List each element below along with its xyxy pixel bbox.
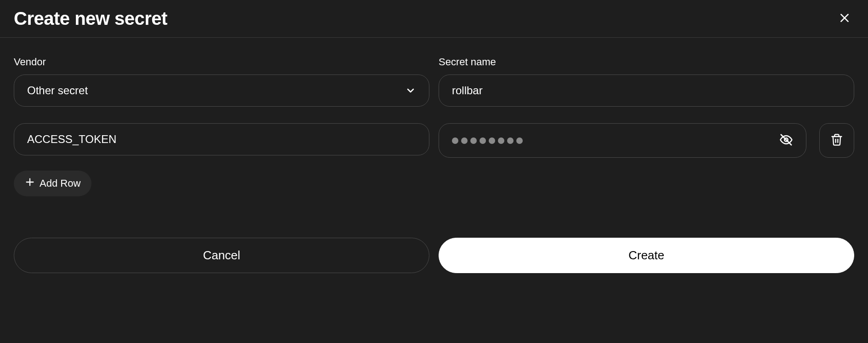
cancel-label: Cancel [203, 248, 240, 263]
vendor-selected-value: Other secret [27, 84, 88, 97]
trash-icon [830, 133, 843, 148]
modal-footer: Cancel Create [14, 238, 854, 273]
close-icon [839, 12, 851, 25]
modal-body: Vendor Other secret Secret name [0, 38, 868, 287]
add-row-button[interactable]: Add Row [14, 171, 91, 196]
create-label: Create [628, 248, 664, 263]
password-mask [452, 137, 779, 144]
vendor-label: Vendor [14, 56, 429, 68]
vendor-select[interactable]: Other secret [14, 74, 429, 107]
add-row-label: Add Row [40, 177, 80, 189]
kv-value-wrapper [439, 123, 854, 158]
modal-title: Create new secret [14, 8, 167, 29]
modal-header: Create new secret [0, 0, 868, 38]
secret-name-label: Secret name [439, 56, 854, 68]
kv-value-field[interactable] [439, 123, 806, 158]
chevron-down-icon [405, 85, 416, 96]
kv-row [14, 123, 854, 158]
vendor-group: Vendor Other secret [14, 56, 429, 107]
cancel-button[interactable]: Cancel [14, 238, 429, 273]
kv-key-wrapper [14, 123, 429, 158]
secret-name-input[interactable] [439, 74, 854, 107]
close-button[interactable] [835, 8, 854, 29]
vendor-select-wrapper: Other secret [14, 74, 429, 107]
secret-name-group: Secret name [439, 56, 854, 107]
form-row: Vendor Other secret Secret name [14, 56, 854, 107]
delete-row-button[interactable] [819, 123, 854, 158]
eye-off-icon [779, 133, 793, 148]
plus-icon [25, 177, 35, 190]
kv-key-input[interactable] [14, 123, 429, 155]
toggle-visibility-button[interactable] [779, 133, 793, 148]
create-button[interactable]: Create [439, 238, 854, 273]
